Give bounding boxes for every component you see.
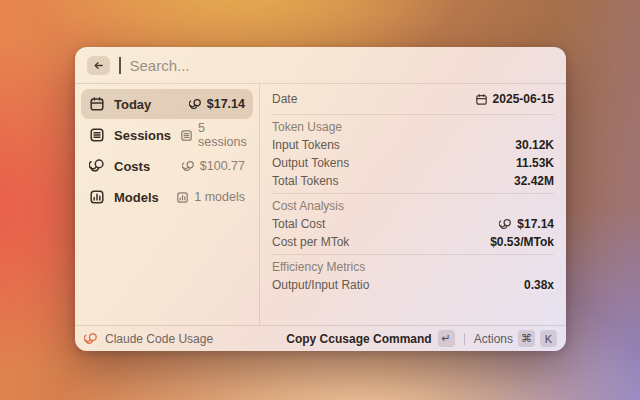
- coins-icon: [89, 158, 105, 174]
- sidebar-item-label: Sessions: [114, 128, 171, 143]
- metadata-row: Input Tokens30.12K: [272, 136, 554, 154]
- coins-icon: [189, 98, 202, 111]
- sidebar-item-label: Today: [114, 97, 151, 112]
- footer-actions: Copy Ccusage Command ↵ Actions ⌘ K: [286, 330, 557, 347]
- metadata-value-text: 32.42M: [514, 174, 554, 188]
- footer-bar: Claude Code Usage Copy Ccusage Command ↵…: [75, 325, 566, 351]
- sidebar-item-models[interactable]: Models1 models: [81, 182, 253, 212]
- sidebar-item-label: Models: [114, 190, 159, 205]
- copy-ccusage-command-button[interactable]: Copy Ccusage Command ↵: [286, 330, 454, 347]
- coins-icon: [499, 218, 512, 231]
- search-input[interactable]: [130, 57, 555, 74]
- section-header: Token Usage: [272, 120, 342, 134]
- metadata-value: 0.38x: [524, 278, 554, 292]
- metadata-label: Output/Input Ratio: [272, 278, 369, 292]
- actions-label: Actions: [474, 332, 513, 346]
- coins-icon: [182, 160, 195, 173]
- metadata-row: Output/Input Ratio0.38x: [272, 276, 554, 294]
- bar-chart-icon: [89, 189, 105, 205]
- primary-action-label: Copy Ccusage Command: [286, 332, 431, 346]
- command-key-icon: ⌘: [518, 330, 535, 347]
- sidebar-item-value: $100.77: [182, 159, 245, 173]
- list-icon: [180, 129, 193, 142]
- arrow-left-icon: [92, 59, 105, 72]
- metadata-value-text: $17.14: [517, 217, 554, 231]
- desktop: { "colors": { "selection_bg": "#dcc9ba",…: [0, 0, 640, 400]
- section-header-row: Token Usage: [272, 118, 554, 136]
- date-value-text: 2025-06-15: [493, 92, 554, 106]
- metadata-row: Total Cost$17.14: [272, 215, 554, 233]
- sidebar-item-value-text: $100.77: [200, 159, 245, 173]
- calendar-icon: [475, 93, 488, 106]
- return-key-icon: ↵: [438, 330, 455, 347]
- footer-separator: [464, 333, 465, 345]
- calendar-icon: [89, 96, 105, 112]
- metadata-row: Cost per MTok$0.53/MTok: [272, 233, 554, 251]
- metadata-label: Total Tokens: [272, 174, 339, 188]
- metadata-row: Total Tokens32.42M: [272, 172, 554, 190]
- list-icon: [89, 127, 105, 143]
- sidebar-item-today[interactable]: Today$17.14: [81, 89, 253, 119]
- section-header: Cost Analysis: [272, 199, 344, 213]
- sidebar-item-value-text: 1 models: [194, 190, 245, 204]
- sidebar-item-value: 5 sessions: [180, 121, 247, 149]
- date-row: Date 2025-06-15: [272, 87, 554, 111]
- app-brand: Claude Code Usage: [84, 332, 213, 346]
- bar-chart-icon: [176, 191, 189, 204]
- section-divider: [272, 193, 554, 194]
- sidebar-item-value: 1 models: [176, 190, 245, 204]
- metadata-value-text: $0.53/MTok: [490, 235, 554, 249]
- search-bar: [75, 47, 566, 84]
- metadata-label: Cost per MTok: [272, 235, 349, 249]
- metadata-value-text: 30.12K: [515, 138, 554, 152]
- detail-sections: Token UsageInput Tokens30.12KOutput Toke…: [272, 114, 554, 294]
- sidebar-item-costs[interactable]: Costs$100.77: [81, 151, 253, 181]
- sidebar-item-sessions[interactable]: Sessions5 sessions: [81, 120, 253, 150]
- metadata-value-text: 11.53K: [516, 156, 554, 170]
- sidebar-item-label: Costs: [114, 159, 150, 174]
- section-header: Efficiency Metrics: [272, 260, 365, 274]
- metadata-value: $17.14: [499, 217, 554, 231]
- sidebar-item-value: $17.14: [189, 97, 245, 111]
- actions-button[interactable]: Actions ⌘ K: [474, 330, 557, 347]
- claude-code-usage-window: Today$17.14Sessions5 sessionsCosts$100.7…: [75, 47, 566, 351]
- detail-panel: Date 2025-06-15 Token UsageInput Tokens3…: [260, 84, 566, 325]
- window-body: Today$17.14Sessions5 sessionsCosts$100.7…: [75, 84, 566, 325]
- metadata-value-text: 0.38x: [524, 278, 554, 292]
- coins-icon: [84, 332, 98, 346]
- app-name: Claude Code Usage: [105, 332, 213, 346]
- section-header-row: Efficiency Metrics: [272, 258, 554, 276]
- metadata-label: Input Tokens: [272, 138, 340, 152]
- metadata-value: 11.53K: [516, 156, 554, 170]
- metadata-label: Output Tokens: [272, 156, 349, 170]
- sidebar-list: Today$17.14Sessions5 sessionsCosts$100.7…: [75, 84, 259, 325]
- section-header-row: Cost Analysis: [272, 197, 554, 215]
- metadata-value: 30.12K: [515, 138, 554, 152]
- date-label: Date: [272, 92, 297, 106]
- text-cursor: [119, 57, 121, 74]
- back-button[interactable]: [87, 56, 110, 75]
- section-divider: [272, 254, 554, 255]
- k-key: K: [540, 330, 557, 347]
- section-divider: [272, 114, 554, 115]
- sidebar-item-value-text: $17.14: [207, 97, 245, 111]
- metadata-value: $0.53/MTok: [490, 235, 554, 249]
- metadata-value: 32.42M: [514, 174, 554, 188]
- metadata-label: Total Cost: [272, 217, 325, 231]
- date-value: 2025-06-15: [475, 92, 554, 106]
- metadata-row: Output Tokens11.53K: [272, 154, 554, 172]
- sidebar-item-value-text: 5 sessions: [198, 121, 247, 149]
